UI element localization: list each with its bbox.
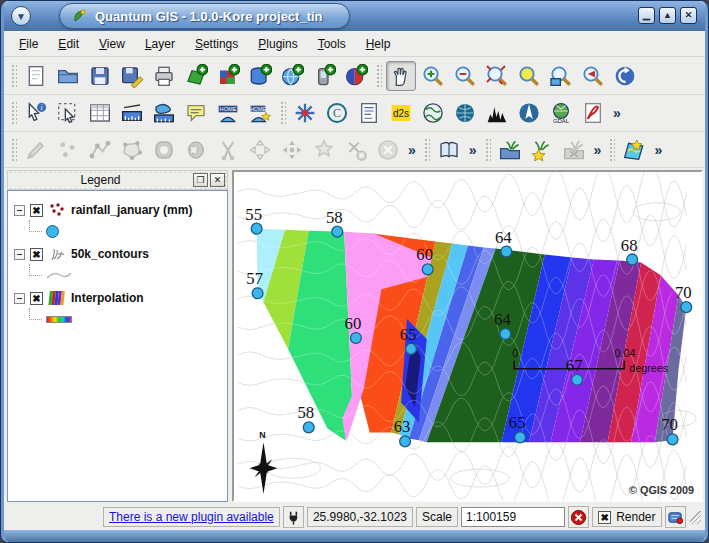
grass-close-mapset-button[interactable]	[559, 135, 589, 165]
toolbar-drag-handle[interactable]	[279, 100, 286, 126]
measure-line-button[interactable]	[117, 98, 147, 128]
toolbar2-overflow-button[interactable]: »	[610, 105, 624, 121]
toolbar-drag-handle[interactable]	[10, 137, 17, 163]
toolbar-drag-handle[interactable]	[10, 63, 17, 89]
add-ring-button[interactable]	[149, 135, 179, 165]
capture-line-button[interactable]	[21, 135, 51, 165]
new-project-button[interactable]	[21, 61, 51, 91]
gdal-tools-button[interactable]: GDAL	[546, 98, 576, 128]
zoom-to-selection-button[interactable]	[482, 61, 512, 91]
menu-layer[interactable]: Layer	[136, 34, 184, 54]
gps-tools-button[interactable]	[309, 61, 339, 91]
legend-layer-interpolation[interactable]: Interpolation	[14, 287, 225, 309]
grass-tools-button[interactable]	[619, 135, 649, 165]
save-project-as-button[interactable]	[117, 61, 147, 91]
map-canvas[interactable]: 555860646857706065646758636570 0 0.04 de…	[232, 170, 703, 502]
menu-help[interactable]: Help	[357, 34, 400, 54]
menu-plugins[interactable]: Plugins	[249, 34, 306, 54]
layer-visibility-checkbox[interactable]	[30, 248, 43, 261]
zoom-last-button[interactable]	[578, 61, 608, 91]
copyright-label-button[interactable]: C	[322, 98, 352, 128]
add-vector-layer-button[interactable]	[181, 61, 211, 91]
identify-features-button[interactable]: i	[21, 98, 51, 128]
panel-float-button[interactable]: ❐	[193, 173, 208, 187]
close-button[interactable]: ✕	[680, 7, 697, 24]
help-contents-button[interactable]	[434, 135, 464, 165]
add-wms-layer-button[interactable]	[277, 61, 307, 91]
layer-visibility-checkbox[interactable]	[30, 292, 43, 305]
plugin-star-button[interactable]	[290, 98, 320, 128]
interpolation-plugin-button[interactable]	[450, 98, 480, 128]
legend-layer-rainfall[interactable]: rainfall_january (mm)	[14, 199, 225, 221]
refresh-map-button[interactable]	[610, 61, 640, 91]
map-tips-button[interactable]	[181, 98, 211, 128]
save-project-button[interactable]	[85, 61, 115, 91]
delete-selected-button[interactable]	[373, 135, 403, 165]
minimize-button[interactable]: ▁	[638, 7, 655, 24]
legend-header[interactable]: Legend ❐ ✕	[7, 170, 228, 190]
plugin-icon-button[interactable]	[283, 506, 304, 528]
stop-render-button[interactable]	[568, 506, 589, 528]
open-project-button[interactable]	[53, 61, 83, 91]
cut-features-button[interactable]	[341, 135, 371, 165]
add-wfs-layer-button[interactable]	[341, 61, 371, 91]
print-composer-button[interactable]	[149, 61, 179, 91]
help-overflow-button[interactable]: »	[466, 142, 480, 158]
grass-overflow-button[interactable]: »	[591, 142, 605, 158]
open-attribute-table-button[interactable]	[85, 98, 115, 128]
add-raster-layer-button[interactable]	[213, 61, 243, 91]
text-annotation-button[interactable]	[354, 98, 384, 128]
capture-polyline-button[interactable]	[85, 135, 115, 165]
new-bookmark-button[interactable]: HOME	[245, 98, 275, 128]
zoom-to-layer-button[interactable]	[546, 61, 576, 91]
zoom-in-button[interactable]	[418, 61, 448, 91]
grass-new-mapset-button[interactable]	[527, 135, 557, 165]
ftools-button[interactable]	[418, 98, 448, 128]
move-vertex-button[interactable]	[245, 135, 275, 165]
layer-visibility-checkbox[interactable]	[30, 204, 43, 217]
node-tool-button[interactable]	[213, 135, 243, 165]
capture-polygon-button[interactable]	[117, 135, 147, 165]
north-arrow-plugin-button[interactable]	[514, 98, 544, 128]
toolbar-drag-handle[interactable]	[423, 137, 430, 163]
toolbar-drag-handle[interactable]	[484, 137, 491, 163]
collapse-icon[interactable]	[14, 293, 25, 304]
add-island-button[interactable]	[181, 135, 211, 165]
delete-part-button[interactable]	[309, 135, 339, 165]
measure-area-button[interactable]	[149, 98, 179, 128]
menu-settings[interactable]: Settings	[186, 34, 247, 54]
digitize-overflow-button[interactable]: »	[405, 142, 419, 158]
legend-layer-contours[interactable]: 50k_contours	[14, 243, 225, 265]
grass-tools-overflow-button[interactable]: »	[651, 142, 665, 158]
zoom-full-extent-button[interactable]	[514, 61, 544, 91]
panel-close-button[interactable]: ✕	[210, 173, 225, 187]
pan-map-button[interactable]	[386, 61, 416, 91]
title-bar[interactable]: ▼ Quantum GIS - 1.0.0-Kore project_tin ▁…	[4, 1, 705, 31]
select-features-button[interactable]	[53, 98, 83, 128]
render-checkbox[interactable]	[598, 511, 611, 524]
quick-print-pdf-button[interactable]	[578, 98, 608, 128]
toolbar-drag-handle[interactable]	[10, 100, 17, 126]
new-plugin-link[interactable]: There is a new plugin available	[109, 510, 274, 524]
resize-grip[interactable]	[690, 511, 701, 524]
terrain-profile-button[interactable]	[482, 98, 512, 128]
toolbar-drag-handle[interactable]	[608, 137, 615, 163]
grass-open-mapset-button[interactable]	[495, 135, 525, 165]
add-postgis-layer-button[interactable]	[245, 61, 275, 91]
show-bookmarks-button[interactable]: HOME	[213, 98, 243, 128]
menu-file[interactable]: File	[10, 34, 47, 54]
scale-input[interactable]	[461, 507, 565, 527]
move-feature-button[interactable]	[277, 135, 307, 165]
menu-tools[interactable]: Tools	[309, 34, 355, 54]
maximize-button[interactable]: ▲	[659, 7, 676, 24]
menu-view[interactable]: View	[90, 34, 134, 54]
system-menu-button[interactable]: ▼	[11, 6, 31, 26]
toolbar-drag-handle[interactable]	[375, 63, 382, 89]
projection-button[interactable]	[665, 506, 686, 528]
collapse-icon[interactable]	[14, 249, 25, 260]
zoom-out-button[interactable]	[450, 61, 480, 91]
capture-point-button[interactable]	[53, 135, 83, 165]
dxf2shp-converter-button[interactable]: d2s	[386, 98, 416, 128]
menu-edit[interactable]: Edit	[49, 34, 88, 54]
collapse-icon[interactable]	[14, 205, 25, 216]
